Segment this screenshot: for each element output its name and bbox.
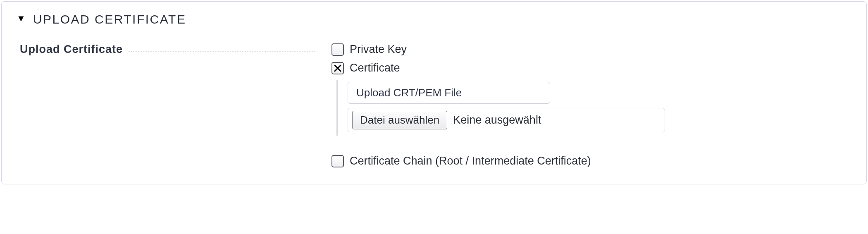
panel-title: UPLOAD CERTIFICATE <box>33 12 186 26</box>
file-status-text: Keine ausgewählt <box>453 114 541 127</box>
dotted-leader <box>129 43 315 52</box>
field-value-column: Private Key Certificate Upload CRT/PEM F… <box>327 43 851 167</box>
certificate-checkbox[interactable] <box>331 62 344 74</box>
collapse-triangle-icon: ▼ <box>17 14 26 23</box>
certificate-chain-row: Certificate Chain (Root / Intermediate C… <box>331 155 851 167</box>
panel-header[interactable]: ▼ UPLOAD CERTIFICATE <box>17 12 851 26</box>
choose-file-button[interactable]: Datei auswählen <box>352 111 447 129</box>
field-label: Upload Certificate <box>17 43 123 56</box>
x-mark-icon <box>334 64 342 72</box>
certificate-chain-checkbox[interactable] <box>331 155 344 167</box>
private-key-label: Private Key <box>350 43 407 56</box>
upload-type-display: Upload CRT/PEM File <box>348 82 550 104</box>
private-key-row: Private Key <box>331 43 851 56</box>
certificate-label: Certificate <box>350 62 400 74</box>
certificate-chain-label: Certificate Chain (Root / Intermediate C… <box>350 155 591 167</box>
field-label-column: Upload Certificate <box>17 43 327 167</box>
upload-certificate-panel: ▼ UPLOAD CERTIFICATE Upload Certificate … <box>1 1 867 184</box>
certificate-upload-block: Upload CRT/PEM File Datei auswählen Kein… <box>336 80 851 136</box>
private-key-checkbox[interactable] <box>331 43 344 56</box>
file-input-row: Datei auswählen Keine ausgewählt <box>348 108 665 132</box>
panel-body: Upload Certificate Private Key Certifica… <box>17 43 851 167</box>
certificate-row: Certificate <box>331 62 851 74</box>
